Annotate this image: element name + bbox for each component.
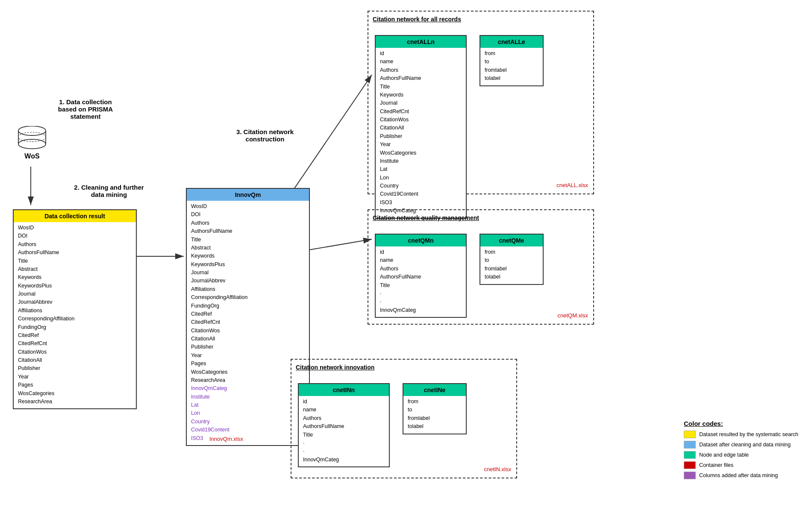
legend-label-yellow: Dataset resulted by the systematic searc…: [699, 431, 798, 437]
legend-swatch-green: [684, 451, 696, 459]
table-cnetQMe-body: fromtofromlabeltolabel: [480, 246, 543, 284]
table-cnetQMn-body: idnameAuthorsAuthorsFullNameTitle··Innov…: [376, 246, 466, 317]
table-collection-result: Data collection result WosIDDOIAuthorsAu…: [13, 209, 137, 409]
svg-point-11: [18, 132, 46, 142]
step3-label: 3. Citation networkconstruction: [222, 128, 308, 143]
table-cnetINe-body: fromtofromlabeltolabel: [403, 396, 466, 434]
step1-label: 1. Data collectionbased on PRISMAstateme…: [43, 98, 128, 120]
table-cnetINn-header: cnetINn: [299, 384, 389, 396]
table-cnetQMn-header: cnetQMn: [376, 235, 466, 246]
table-cnetINn-body: idnameAuthorsAuthorsFullNameTitle··Innov…: [299, 396, 389, 466]
table-cnetALLn-header: cnetALLn: [376, 36, 466, 48]
legend-swatch-yellow: [684, 431, 696, 438]
legend-label-purple: Columns added after data mining: [699, 472, 778, 478]
section-in-label: Citation network innovation: [296, 364, 374, 371]
legend-label-green: Node and edge table: [699, 452, 749, 458]
legend-swatch-blue: [684, 441, 696, 449]
table-cnetINe: cnetINe fromtofromlabeltolabel: [403, 383, 467, 434]
table-collection-header: Data collection result: [14, 210, 136, 222]
legend-item-green: Node and edge table: [684, 451, 799, 459]
table-cnetQMn: cnetQMn idnameAuthorsAuthorsFullNameTitl…: [375, 234, 467, 318]
table-collection-body: WosIDDOIAuthorsAuthorsFullNameTitleAbstr…: [14, 222, 136, 408]
table-cnetALLn: cnetALLn idnameAuthorsAuthorsFullNameTit…: [375, 35, 467, 219]
legend-item-yellow: Dataset resulted by the systematic searc…: [684, 431, 799, 438]
innovqm-file-label: InnovQm.xlsx: [209, 436, 243, 442]
table-innovqm-header: InnovQm: [187, 189, 309, 201]
cnetall-file-label: cnetALL.xlsx: [556, 182, 588, 188]
svg-point-6: [18, 126, 46, 135]
section-in-container: Citation network innovation cnetINn idna…: [291, 359, 517, 478]
table-cnetALLe: cnetALLe fromtofromlabeltolabel: [480, 35, 544, 86]
section-all-container: Citation network for all records cnetALL…: [368, 11, 594, 194]
legend-swatch-red: [684, 461, 696, 469]
table-cnetINe-header: cnetINe: [403, 384, 466, 396]
cnetqm-file-label: cnetQM.xlsx: [557, 312, 588, 319]
diagram-container: WoS 1. Data collectionbased on PRISMAsta…: [0, 0, 812, 516]
table-cnetALLe-body: fromtofromlabeltolabel: [480, 48, 543, 85]
legend-label-red: Container files: [699, 462, 733, 468]
table-cnetQMe: cnetQMe fromtofromlabeltolabel: [480, 234, 544, 285]
legend: Color codes: Dataset resulted by the sys…: [684, 420, 799, 482]
table-cnetALLn-body: idnameAuthorsAuthorsFullNameTitleKeyword…: [376, 48, 466, 218]
database-icon: [15, 126, 49, 150]
table-cnetINn: cnetINn idnameAuthorsAuthorsFullNameTitl…: [298, 383, 390, 467]
innovqm-purple-fields: InnovQmCategInstituteLatLonCountryCovid1…: [191, 385, 229, 441]
wos-label: WoS: [13, 152, 51, 160]
section-qm-label: Citation network quality management: [373, 214, 479, 221]
legend-item-red: Container files: [684, 461, 799, 469]
section-qm-container: Citation network quality management cnet…: [368, 209, 594, 325]
cnetin-file-label: cnetIN.xlsx: [484, 466, 511, 472]
svg-point-10: [18, 139, 46, 149]
legend-title: Color codes:: [684, 420, 799, 427]
wos-database: WoS: [13, 126, 51, 160]
section-all-label: Citation network for all records: [373, 16, 461, 23]
legend-item-purple: Columns added after data mining: [684, 472, 799, 479]
legend-label-blue: Dataset after cleaning and data mining: [699, 442, 791, 448]
legend-swatch-purple: [684, 472, 696, 479]
step2-label: 2. Cleaning and furtherdata mining: [56, 184, 162, 198]
table-cnetQMe-header: cnetQMe: [480, 235, 543, 246]
table-cnetALLe-header: cnetALLe: [480, 36, 543, 48]
legend-item-blue: Dataset after cleaning and data mining: [684, 441, 799, 449]
